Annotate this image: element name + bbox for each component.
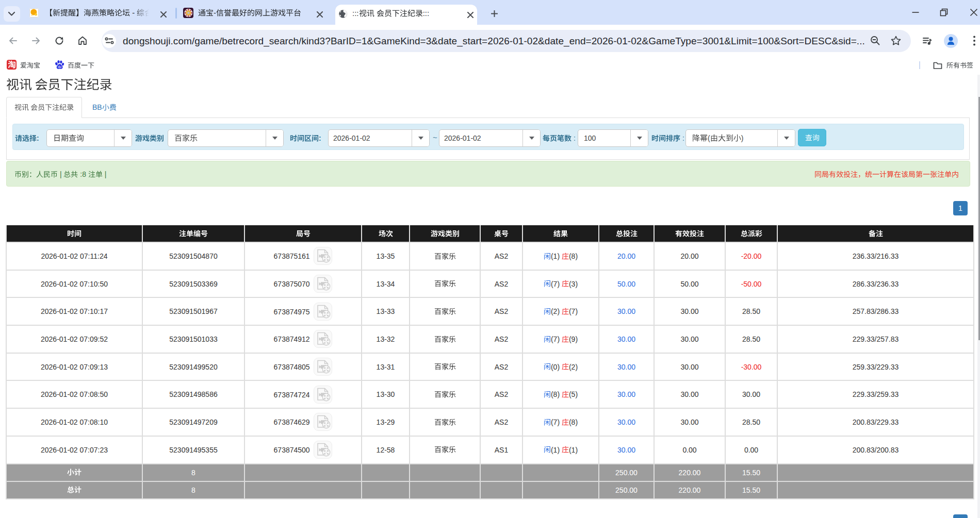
svg-text:du: du — [58, 65, 62, 69]
